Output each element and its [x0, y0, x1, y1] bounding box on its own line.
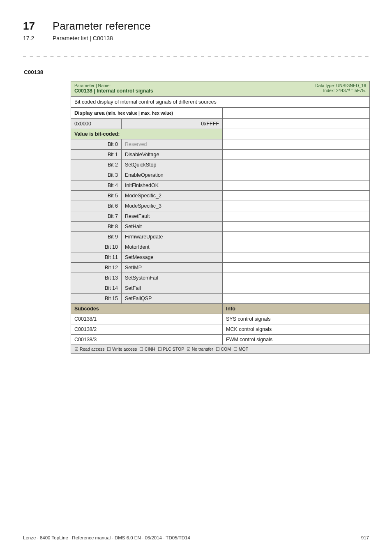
bit-row: Bit 3EnableOperation	[71, 170, 369, 180]
bit-row: Bit 2SetQuickStop	[71, 160, 369, 170]
subcode-row: C00138/3FWM control signals	[71, 335, 369, 345]
bit-name: InitFinishedOK	[121, 180, 222, 190]
bit-name: EnableOperation	[121, 170, 222, 180]
bit-name: ResetFault	[121, 211, 222, 221]
bit-label: Bit 2	[71, 160, 121, 170]
bit-row: Bit 14SetFail	[71, 283, 369, 294]
subcode-code: C00138/3	[71, 335, 222, 345]
bit-label: Bit 12	[71, 263, 121, 273]
bit-label: Bit 8	[71, 222, 121, 231]
display-area-label: Display area	[74, 110, 105, 116]
access-flags: ☑ Read access ☐ Write access ☐ CINH ☐ PL…	[71, 345, 369, 353]
subcode-info: MCK control signals	[222, 324, 369, 334]
divider: _ _ _ _ _ _ _ _ _ _ _ _ _ _ _ _ _ _ _ _ …	[23, 51, 369, 57]
subcodes-header: Subcodes	[71, 304, 222, 314]
bit-row: Bit 11SetMessage	[71, 252, 369, 263]
chapter-number: 17	[23, 20, 41, 32]
bit-label: Bit 14	[71, 283, 121, 293]
bit-label: Bit 3	[71, 170, 121, 180]
footer-left: Lenze · 8400 TopLine · Reference manual …	[23, 535, 190, 540]
bit-label: Bit 5	[71, 191, 121, 201]
datatype: Data type: UNSIGNED_16	[307, 83, 366, 88]
bit-label: Bit 0	[71, 139, 121, 149]
bit-row: Bit 12SetIMP	[71, 263, 369, 273]
bit-label: Bit 6	[71, 201, 121, 211]
footer-page-number: 917	[361, 535, 369, 540]
display-area-sublabel: (min. hex value | max. hex value)	[106, 111, 173, 116]
bit-name: SetFail	[121, 283, 222, 293]
subcode-code: C00138/2	[71, 324, 222, 334]
section-number: 17.2	[23, 35, 41, 42]
hex-min: 0x0000	[71, 119, 121, 129]
bit-row: Bit 1DisableVoltage	[71, 150, 369, 160]
section-title: Parameter list | C00138	[53, 35, 113, 42]
bit-name: SetIMP	[121, 263, 222, 273]
bit-name: SetSystemFail	[121, 273, 222, 283]
param-codename: C00138 | Internal control signals	[74, 88, 300, 94]
description: Bit coded display of internal control si…	[71, 97, 369, 108]
bit-label: Bit 11	[71, 252, 121, 262]
bit-name: SetHalt	[121, 222, 222, 231]
info-header: Info	[222, 304, 369, 314]
chapter-title: Parameter reference	[53, 20, 150, 32]
bit-row: Bit 7ResetFault	[71, 211, 369, 222]
bit-row: Bit 9FirmwareUpdate	[71, 232, 369, 242]
bit-label: Bit 13	[71, 273, 121, 283]
bit-name: Reserved	[121, 139, 222, 149]
bit-name: FirmwareUpdate	[121, 232, 222, 242]
bit-row: Bit 8SetHalt	[71, 222, 369, 232]
bit-row: Bit 10MotorIdent	[71, 242, 369, 252]
bit-label: Bit 10	[71, 242, 121, 252]
bit-name: ModeSpecific_2	[121, 191, 222, 201]
param-label: Parameter | Name:	[74, 83, 300, 88]
parameter-table: Parameter | Name: C00138 | Internal cont…	[71, 81, 370, 354]
bit-row: Bit 5ModeSpecific_2	[71, 191, 369, 201]
bit-label: Bit 7	[71, 211, 121, 221]
subcode-row: C00138/2MCK control signals	[71, 324, 369, 335]
bit-name: ModeSpecific_3	[121, 201, 222, 211]
bit-label: Bit 4	[71, 180, 121, 190]
bit-name: SetMessage	[121, 252, 222, 262]
bit-row: Bit 15SetFailQSP	[71, 294, 369, 304]
value-is-bit-coded: Value is bit-coded:	[71, 129, 222, 139]
bit-label: Bit 9	[71, 232, 121, 242]
subcode-code: C00138/1	[71, 314, 222, 324]
bit-row: Bit 6ModeSpecific_3	[71, 201, 369, 211]
bit-row: Bit 13SetSystemFail	[71, 273, 369, 283]
bit-name: SetQuickStop	[121, 160, 222, 170]
subcode-info: FWM control signals	[222, 335, 369, 345]
bit-label: Bit 15	[71, 294, 121, 303]
subcode-row: C00138/1SYS control signals	[71, 314, 369, 324]
section-code: C00138	[24, 69, 369, 75]
index: Index: 24437ᵈ = 5F75ₕ	[307, 88, 366, 93]
bit-name: SetFailQSP	[121, 294, 222, 303]
bit-name: DisableVoltage	[121, 150, 222, 160]
bit-name: MotorIdent	[121, 242, 222, 252]
bit-label: Bit 1	[71, 150, 121, 160]
subcode-info: SYS control signals	[222, 314, 369, 324]
bit-row: Bit 0Reserved	[71, 139, 369, 150]
hex-max: 0xFFFF	[121, 119, 222, 129]
bit-row: Bit 4InitFinishedOK	[71, 180, 369, 191]
